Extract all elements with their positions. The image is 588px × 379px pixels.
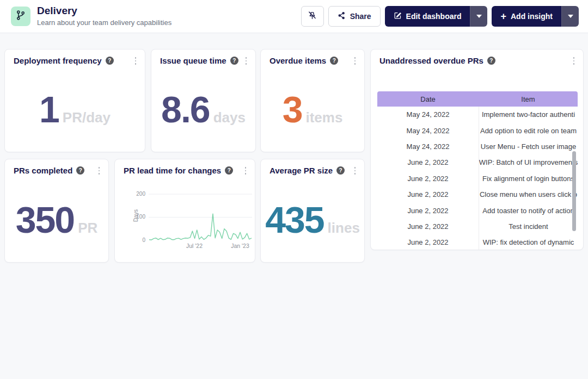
kebab-menu-icon[interactable] <box>351 166 359 175</box>
card-title: PR lead time for changes <box>124 166 221 175</box>
metric-area: 3 items <box>261 74 364 144</box>
kebab-menu-icon[interactable] <box>351 57 359 65</box>
overdue-prs-table-body: May 24, 2022Implement two-factor authent… <box>377 107 578 250</box>
cell-item: WIP: Batch of UI improvements <box>479 154 578 170</box>
metric-unit: days <box>213 109 246 126</box>
card-title: PRs completed <box>14 166 72 175</box>
git-branch-icon <box>15 10 26 23</box>
help-icon[interactable]: ? <box>225 166 233 175</box>
card-header: PR lead time for changes ? <box>124 166 238 175</box>
table-row: May 24, 2022Implement two-factor authent… <box>377 107 578 122</box>
cell-item: User Menu - Fetch user image <box>479 139 578 154</box>
table-row: June 2, 2022WIP: Batch of UI improvement… <box>377 154 578 170</box>
add-insight-button[interactable]: + Add insight <box>492 6 561 27</box>
metric-value: 3 <box>283 91 302 128</box>
metric-value: 8.6 <box>161 91 210 128</box>
table-row: June 2, 2022Test incident <box>377 219 578 234</box>
card-prs-completed: PRs completed ? 350 PR <box>4 159 109 263</box>
help-icon[interactable]: ? <box>76 166 84 175</box>
dashboard-header: Delivery Learn about your team delivery … <box>0 0 588 33</box>
metric-value: 435 <box>265 201 323 238</box>
cell-date: June 2, 2022 <box>377 222 479 231</box>
cell-date: June 2, 2022 <box>377 158 479 166</box>
metric-unit: lines <box>328 220 360 237</box>
help-icon[interactable]: ? <box>336 166 345 175</box>
kebab-menu-icon[interactable] <box>570 57 578 65</box>
kebab-menu-icon[interactable] <box>242 57 250 65</box>
share-button-label: Share <box>350 12 371 21</box>
kebab-menu-icon[interactable] <box>242 166 249 175</box>
card-deployment-frequency: Deployment frequency ? 1 PR/day <box>4 49 145 152</box>
add-insight-dropdown-button[interactable] <box>561 6 579 27</box>
cell-date: May 24, 2022 <box>377 127 479 135</box>
cell-item: Fix alignment of login buttons <box>479 171 578 187</box>
y-tick-0: 0 <box>129 237 145 243</box>
cell-date: June 2, 2022 <box>377 207 479 215</box>
table-row: May 24, 2022User Menu - Fetch user image <box>377 139 578 154</box>
table-row: June 2, 2022Close menu when users click … <box>377 187 578 202</box>
plus-icon: + <box>500 11 506 21</box>
metric-unit: PR <box>78 220 97 237</box>
kebab-menu-icon[interactable] <box>95 166 103 175</box>
lead-time-series-line <box>149 214 252 240</box>
help-icon[interactable]: ? <box>106 57 114 65</box>
card-title: Unaddressed overdue PRs <box>379 56 483 65</box>
cell-item: Implement two-factor authenti <box>479 107 578 122</box>
card-header: Average PR size ? <box>270 166 348 175</box>
cell-item: Add toaster to notify of action <box>479 202 578 218</box>
lead-time-line-svg <box>149 192 252 242</box>
metric-area: 8.6 days <box>151 74 255 144</box>
card-average-pr-size: Average PR size ? 435 lines <box>260 159 365 263</box>
card-title: Issue queue time <box>160 56 226 65</box>
share-button[interactable]: Share <box>328 6 381 27</box>
card-header: Overdue items ? <box>270 56 348 65</box>
cell-date: June 2, 2022 <box>377 175 479 183</box>
card-header: Issue queue time ? <box>160 56 239 65</box>
pin-slash-icon <box>308 11 317 22</box>
column-header-item: Item <box>479 95 578 103</box>
card-header: Unaddressed overdue PRs ? <box>379 56 567 65</box>
table-row: June 2, 2022Add toaster to notify of act… <box>377 202 578 218</box>
help-icon[interactable]: ? <box>330 57 338 65</box>
dashboard-app-icon <box>11 7 30 26</box>
chevron-down-icon <box>568 15 573 18</box>
share-icon <box>338 11 346 21</box>
card-pr-lead-time: PR lead time for changes ? Days 200 100 … <box>114 159 255 263</box>
table-row: June 2, 2022WIP: fix detection of dynami… <box>377 234 578 250</box>
add-insight-label: Add insight <box>511 12 553 21</box>
metric-area: 350 PR <box>5 184 108 254</box>
kebab-menu-icon[interactable] <box>132 57 139 65</box>
table-row: June 2, 2022Fix alignment of login butto… <box>377 171 578 187</box>
metric-area: 435 lines <box>261 184 364 254</box>
header-toolbar: Share Edit dashboard + <box>301 6 579 27</box>
x-tick-jan23: Jan '23 <box>226 243 254 249</box>
overdue-prs-table: Date Item May 24, 2022Implement two-fact… <box>377 91 578 250</box>
metric-unit: PR/day <box>63 109 111 126</box>
cell-item: WIP: fix detection of dynamic <box>479 234 578 250</box>
card-header: PRs completed ? <box>14 166 92 175</box>
help-icon[interactable]: ? <box>230 57 238 65</box>
y-tick-100: 100 <box>129 214 145 220</box>
table-header-row: Date Item <box>377 91 578 107</box>
card-title: Average PR size <box>270 166 333 175</box>
cell-item: Close menu when users click o <box>479 187 578 202</box>
cell-date: June 2, 2022 <box>377 238 479 246</box>
column-header-date: Date <box>377 95 479 103</box>
table-row: May 24, 2022Add option to edit role on t… <box>377 122 578 138</box>
edit-dashboard-dropdown-button[interactable] <box>470 6 487 27</box>
unpin-button[interactable] <box>301 6 324 27</box>
page-subtitle: Learn about your team delivery capabilit… <box>37 18 171 27</box>
cell-date: May 24, 2022 <box>377 142 479 151</box>
table-scrollbar-thumb[interactable] <box>572 151 576 231</box>
metric-area: 1 PR/day <box>5 74 145 144</box>
card-unaddressed-overdue-prs: Unaddressed overdue PRs ? Date Item May … <box>370 49 584 250</box>
edit-dashboard-button[interactable]: Edit dashboard <box>385 6 470 27</box>
metric-value: 1 <box>39 91 59 128</box>
page-title: Delivery <box>37 5 77 17</box>
card-overdue-items: Overdue items ? 3 items <box>260 49 365 152</box>
help-icon[interactable]: ? <box>487 57 495 65</box>
cell-item: Test incident <box>479 219 578 234</box>
chevron-down-icon <box>476 15 482 18</box>
cell-date: June 2, 2022 <box>377 190 479 198</box>
metric-value: 350 <box>16 201 74 238</box>
